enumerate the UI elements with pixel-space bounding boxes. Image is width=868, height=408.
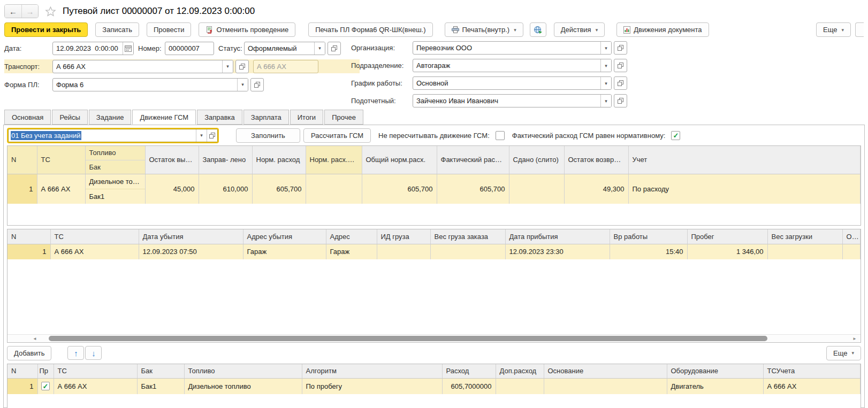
actions-button[interactable]: Действия ▾	[554, 22, 605, 37]
column-header-rest-return[interactable]: Остаток возвращ.	[564, 146, 628, 174]
cell-volume[interactable]	[842, 244, 861, 259]
scroll-right-icon[interactable]: ►	[850, 336, 859, 341]
column-header[interactable]: Дата прибытия	[505, 229, 610, 244]
cell-n[interactable]: 1	[7, 174, 37, 204]
subdivision-open-icon[interactable]	[614, 59, 627, 72]
cell-rest-return[interactable]: 49,300	[564, 174, 628, 204]
form-pl-open-icon[interactable]	[250, 78, 264, 91]
column-header-ts[interactable]: ТС	[37, 146, 85, 174]
favorite-star-icon[interactable]	[45, 6, 56, 17]
scrollbar-thumb[interactable]	[49, 336, 767, 341]
cell-rest-out[interactable]: 45,000	[145, 174, 199, 204]
more-button-bottom[interactable]: Еще ▾	[826, 346, 861, 360]
cell-cargo-id[interactable]	[377, 244, 430, 259]
column-header[interactable]: Основание	[544, 364, 667, 378]
schedule-input[interactable]	[413, 77, 600, 89]
post-and-close-button[interactable]: Провести и закрыть	[4, 22, 88, 37]
organization-input[interactable]	[413, 42, 600, 54]
forward-icon[interactable]: →	[21, 5, 38, 18]
cell-add-consumption[interactable]	[496, 378, 544, 394]
print-external-button[interactable]: Печать ПЛ Форма6 QR-ШК(внеш.)	[308, 22, 432, 37]
cell-ts[interactable]: А 666 АХ	[54, 378, 137, 394]
column-header[interactable]: Пр	[37, 364, 54, 378]
cell-departure-address[interactable]: Гараж	[243, 244, 326, 259]
subdivision-input[interactable]	[413, 59, 600, 72]
scroll-left-icon[interactable]: ◄	[31, 336, 39, 341]
transport-input[interactable]	[53, 60, 222, 73]
column-header-accounting[interactable]: Учет	[628, 146, 861, 174]
cell-algorithm[interactable]: По пробегу	[302, 378, 442, 394]
document-movements-button[interactable]: Движения документа	[616, 22, 709, 37]
cell-n[interactable]: 1	[7, 378, 37, 394]
column-header-n[interactable]: N	[7, 146, 37, 174]
column-header[interactable]: Объ	[842, 229, 861, 244]
cell-tank[interactable]: Бак1	[137, 378, 184, 394]
column-header[interactable]: Топливо	[184, 364, 302, 378]
form-pl-input[interactable]	[53, 79, 237, 91]
column-header[interactable]: Алгоритм	[302, 364, 442, 378]
column-header[interactable]: ТС	[54, 364, 137, 378]
date-input[interactable]	[53, 42, 123, 55]
chevron-down-icon[interactable]: ▾	[600, 42, 611, 54]
cell-work-time[interactable]: 15:40	[610, 244, 687, 259]
cell-order-weight[interactable]	[430, 244, 505, 259]
cell-norm-add[interactable]	[306, 174, 362, 204]
column-header[interactable]: Бак	[137, 364, 184, 378]
post-button[interactable]: Провести	[147, 22, 192, 37]
chevron-down-icon[interactable]: ▾	[600, 77, 611, 89]
accountable-open-icon[interactable]	[614, 94, 627, 107]
cell-load-weight[interactable]	[767, 244, 842, 259]
tab-prochee[interactable]: Прочее	[324, 110, 363, 125]
chevron-down-icon[interactable]: ▾	[222, 60, 233, 73]
chevron-down-icon[interactable]: ▾	[314, 42, 325, 55]
tab-reisy[interactable]: Рейсы	[52, 110, 87, 125]
column-header-rest-out[interactable]: Остаток выезд	[145, 146, 199, 174]
algorithm-open-icon[interactable]	[207, 129, 217, 142]
fill-button[interactable]: Заполнить	[236, 128, 300, 143]
column-header[interactable]: ТСУчета	[763, 364, 861, 378]
column-header[interactable]: Оборудование	[667, 364, 763, 378]
cell-consumption[interactable]: 605,7000000	[442, 378, 496, 394]
write-button[interactable]: Записать	[95, 22, 139, 37]
algorithm-value[interactable]: 01 Без учета заданий	[9, 132, 196, 140]
column-header-norm[interactable]: Норм. расход	[252, 146, 306, 174]
cell-ts[interactable]: А 666 АХ	[37, 174, 85, 204]
column-header-refueled[interactable]: Заправ- лено	[199, 146, 252, 174]
status-input[interactable]	[245, 42, 314, 55]
accountable-input[interactable]	[413, 95, 600, 107]
cell-n[interactable]: 1	[7, 244, 50, 259]
cell-departure-date[interactable]: 12.09.2023 07:50	[139, 244, 243, 259]
cell-fuel[interactable]: Дизельное топ...	[85, 174, 145, 189]
tab-osnovnaya[interactable]: Основная	[4, 110, 51, 125]
status-open-icon[interactable]	[328, 42, 341, 55]
calc-gsm-button[interactable]: Рассчитать ГСМ	[303, 128, 371, 143]
column-header-drained[interactable]: Сдано (слито)	[509, 146, 564, 174]
schedule-open-icon[interactable]	[614, 76, 627, 90]
column-header[interactable]: ИД груза	[377, 229, 430, 244]
cell-basis[interactable]	[544, 378, 667, 394]
fact-equals-norm-checkbox[interactable]: ✓	[671, 131, 680, 140]
more-button-top[interactable]: Еще ▾	[816, 22, 851, 37]
column-header-total-norm[interactable]: Общий норм.расх.	[362, 146, 437, 174]
no-recalc-checkbox[interactable]	[496, 131, 505, 140]
cell-mileage[interactable]: 1 346,00	[687, 244, 767, 259]
column-header[interactable]: Пробег	[687, 229, 767, 244]
column-header-norm-add[interactable]: Норм. расх.доп	[306, 146, 362, 174]
chevron-down-icon[interactable]: ▾	[237, 79, 248, 91]
cell-total-norm[interactable]: 605,700	[362, 174, 437, 204]
move-up-button[interactable]: ↑	[67, 346, 84, 360]
clipped-edge-button[interactable]	[855, 22, 864, 37]
cell-ts-account[interactable]: А 666 АХ	[763, 378, 861, 394]
cell-norm[interactable]: 605,700	[252, 174, 306, 204]
column-header[interactable]: Адрес убытия	[243, 229, 326, 244]
back-icon[interactable]: ←	[5, 5, 21, 18]
tab-zarplata[interactable]: Зарплата	[243, 110, 289, 125]
column-header-fact[interactable]: Фактический расход	[437, 146, 509, 174]
cell-drained[interactable]	[509, 174, 564, 204]
column-header[interactable]: Дата убытия	[139, 229, 243, 244]
organization-open-icon[interactable]	[614, 41, 627, 55]
print-internal-button[interactable]: Печать(внутр.) ▾	[445, 22, 523, 37]
add-button[interactable]: Добавить	[7, 346, 51, 360]
chevron-down-icon[interactable]: ▾	[600, 59, 611, 72]
column-header[interactable]: Расход	[442, 364, 496, 378]
